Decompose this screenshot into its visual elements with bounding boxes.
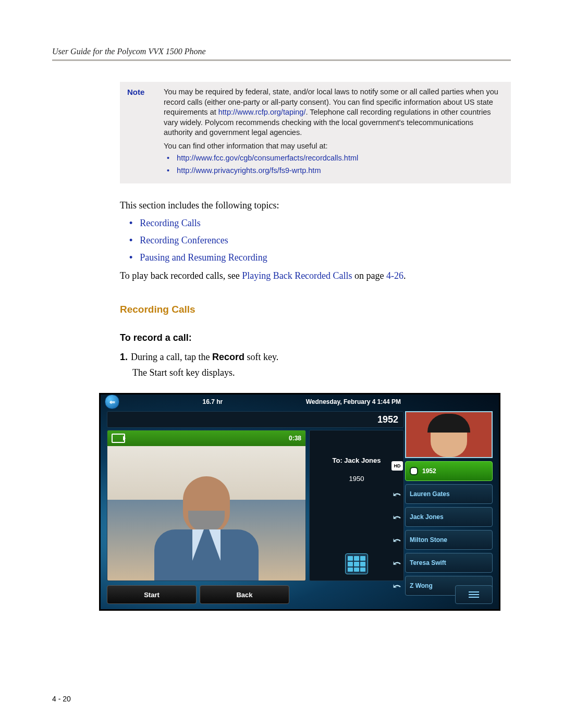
line-key-milton[interactable]: ⤺Milton Stone <box>405 530 493 550</box>
hd-badge-icon: HD <box>391 461 403 471</box>
note-subtext: You can find other information that may … <box>164 141 504 152</box>
datetime: Wednesday, February 4 1:44 PM <box>306 398 401 405</box>
softkey-back[interactable]: Back <box>200 585 289 604</box>
note-link-fcc[interactable]: http://www.fcc.gov/cgb/consumerfacts/rec… <box>177 154 358 162</box>
extension-bar: 1952 <box>107 411 404 428</box>
header-rule <box>52 59 511 61</box>
call-to-number: 1950 <box>349 475 364 483</box>
video-panel: 0:38 <box>107 430 306 581</box>
page-number: 4 - 20 <box>52 695 71 703</box>
call-to-label: To: Jack Jones <box>333 456 381 464</box>
usb-icon[interactable]: ⇐ <box>105 394 119 409</box>
step-1-result: The Start soft key displays. <box>120 365 511 380</box>
topic-pause-resume[interactable]: Pausing and Resuming Recording <box>140 252 267 263</box>
note-body: You may be required by federal, state, a… <box>164 87 504 176</box>
line-key-1952[interactable]: 1952 <box>405 461 493 481</box>
note-callout: Note You may be required by federal, sta… <box>120 82 511 183</box>
note-link-rcfp[interactable]: http://www.rcfp.org/taping/ <box>218 108 306 116</box>
softkey-start[interactable]: Start <box>107 585 197 604</box>
keypad-icon[interactable] <box>345 553 368 574</box>
heading-recording-calls: Recording Calls <box>120 302 511 317</box>
extension-number: 1952 <box>377 414 398 425</box>
playback-xref: To play back recorded calls, see Playing… <box>120 268 511 283</box>
note-label: Note <box>127 87 164 176</box>
note-link-privacy[interactable]: http://www.privacyrights.org/fs/fs9-wrtp… <box>177 166 321 175</box>
remote-video <box>107 446 305 581</box>
menu-key[interactable] <box>455 585 493 604</box>
topic-recording-conferences[interactable]: Recording Conferences <box>140 235 228 245</box>
heading-to-record: To record a call: <box>120 330 511 346</box>
self-view-video <box>405 411 493 458</box>
call-info-panel: To: Jack Jones 1950 <box>309 430 404 581</box>
line-key-jack[interactable]: ⤺Jack Jones <box>405 507 493 527</box>
playback-link[interactable]: Playing Back Recorded Calls <box>242 270 352 281</box>
step-1: 1.During a call, tap the Record soft key… <box>120 350 511 365</box>
section-intro: This section includes the following topi… <box>120 198 511 213</box>
step-number: 1. <box>120 352 128 362</box>
topic-recording-calls[interactable]: Recording Calls <box>140 218 200 228</box>
line-key-teresa[interactable]: ⤺Teresa Swift <box>405 553 493 573</box>
line-key-lauren[interactable]: ⤺Lauren Gates <box>405 484 493 504</box>
playback-pageref[interactable]: 4-26 <box>386 270 403 281</box>
running-header: User Guide for the Polycom VVX 1500 Phon… <box>52 47 511 59</box>
line-keys: 1952 ⤺Lauren Gates ⤺Jack Jones ⤺Milton S… <box>405 461 493 596</box>
storage-indicator: 16.7 hr <box>203 398 223 405</box>
camera-icon <box>112 434 125 443</box>
phone-screenshot: ⇐ 16.7 hr Wednesday, February 4 1:44 PM … <box>99 393 500 611</box>
call-timer: 0:38 <box>289 435 301 442</box>
